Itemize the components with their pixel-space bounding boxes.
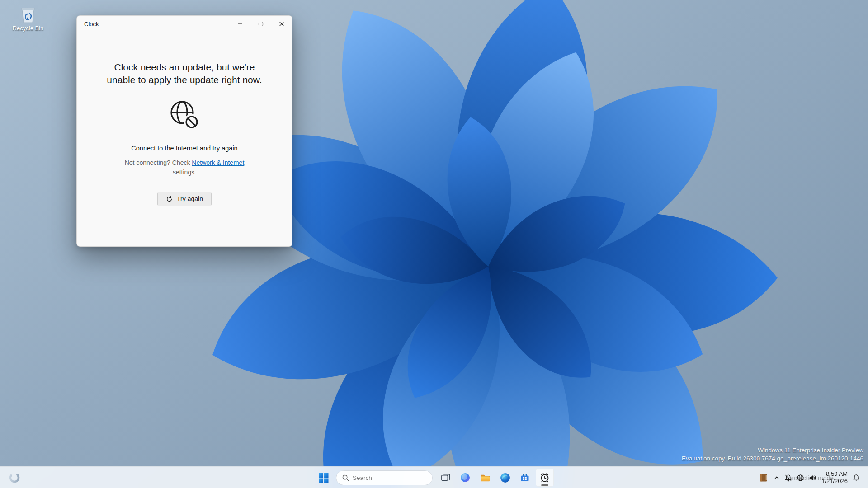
microsoft-store-icon: [519, 472, 530, 483]
chevron-up-icon: [774, 474, 780, 481]
copilot-button[interactable]: [456, 469, 474, 487]
globe-offline-icon: [167, 98, 202, 132]
window-controls: [230, 16, 292, 32]
running-app-indicator: [541, 484, 548, 486]
bell-slash-icon: [784, 474, 792, 482]
file-explorer-button[interactable]: [476, 469, 494, 487]
maximize-icon: [258, 21, 264, 27]
refresh-icon: [166, 196, 173, 202]
insider-watermark: Windows 11 Enterprise Insider Preview Ev…: [682, 446, 863, 463]
copilot-icon: [460, 472, 471, 483]
desktop: Recycle Bin Clock Clock needs an update,…: [0, 0, 868, 488]
try-again-label: Try again: [177, 195, 203, 202]
taskbar: 8:59 AM 1/21/2026 protection mode: [0, 466, 868, 488]
close-button[interactable]: [271, 16, 292, 32]
connect-message: Connect to the Internet and try again: [90, 145, 279, 152]
volume-button[interactable]: [807, 469, 819, 487]
microsoft-store-button[interactable]: [516, 469, 534, 487]
not-connecting-suffix: settings.: [173, 169, 196, 176]
clock-app-icon: [539, 472, 550, 483]
edge-browser-button[interactable]: [496, 469, 514, 487]
tray-app-button[interactable]: [756, 469, 771, 487]
do-not-disturb-button[interactable]: [782, 469, 794, 487]
tray-time: 8:59 AM: [821, 470, 848, 478]
task-view-button[interactable]: [436, 469, 454, 487]
clock-app-button[interactable]: [536, 469, 554, 487]
clock-window-titlebar: Clock: [77, 16, 292, 32]
try-again-button[interactable]: Try again: [157, 192, 212, 206]
network-internet-link[interactable]: Network & Internet: [192, 159, 244, 166]
notification-bell-icon: [853, 474, 860, 481]
notification-center-button[interactable]: [850, 469, 862, 487]
taskbar-search[interactable]: [336, 470, 433, 485]
not-connecting-message: Not connecting? Check Network & Internet…: [112, 158, 257, 177]
task-view-icon: [440, 473, 451, 483]
close-icon: [279, 21, 284, 27]
recycle-bin-glyph: [18, 5, 38, 24]
edge-browser-icon: [500, 472, 511, 483]
widgets-button[interactable]: [5, 469, 24, 487]
watermark-line2: Evaluation copy. Build 26300.7674.ge_pre…: [682, 455, 863, 463]
start-button[interactable]: [314, 469, 332, 487]
widgets-spinner-icon: [8, 471, 21, 484]
minimize-icon: [237, 21, 243, 27]
minimize-button[interactable]: [230, 16, 250, 32]
search-icon: [342, 474, 349, 481]
not-connecting-prefix: Not connecting? Check: [125, 159, 192, 166]
window-title: Clock: [77, 21, 99, 28]
network-globe-icon: [797, 474, 804, 482]
maximize-button[interactable]: [250, 16, 271, 32]
notebook-icon: [758, 472, 769, 483]
error-heading: Clock needs an update, but we're unable …: [103, 61, 266, 86]
recycle-bin-label: Recycle Bin: [10, 25, 46, 32]
taskbar-clock[interactable]: 8:59 AM 1/21/2026: [819, 470, 850, 485]
hidden-icons-button[interactable]: [771, 469, 782, 487]
search-input[interactable]: [353, 474, 420, 481]
recycle-bin-icon[interactable]: Recycle Bin: [10, 5, 46, 32]
network-button[interactable]: [794, 469, 807, 487]
tray-date: 1/21/2026: [821, 478, 848, 485]
windows-logo-icon: [318, 472, 329, 483]
watermark-line1: Windows 11 Enterprise Insider Preview: [682, 446, 863, 455]
file-explorer-icon: [480, 472, 491, 483]
clock-window: Clock Clock needs an update, but we're u…: [76, 15, 292, 247]
speaker-icon: [809, 474, 816, 482]
show-desktop-button[interactable]: [864, 469, 866, 487]
clock-error-content: Clock needs an update, but we're unable …: [77, 61, 292, 206]
